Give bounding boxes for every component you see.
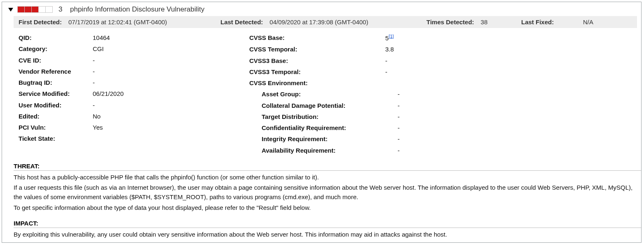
- detection-summary-bar: First Detected: 07/17/2019 at 12:02:41 (…: [14, 16, 637, 28]
- severity-cell: [25, 7, 32, 12]
- last-detected-label: Last Detected:: [220, 19, 263, 26]
- cvss-temporal-value: 3.8: [385, 44, 641, 54]
- section-divider: [14, 228, 641, 228]
- edited-label: Edited:: [19, 112, 93, 121]
- severity-indicator: [17, 6, 53, 13]
- threat-paragraph: This host has a publicly-accessible PHP …: [14, 172, 637, 182]
- cvss-base-value: 5[1]: [385, 33, 641, 43]
- last-detected-value: 04/09/2020 at 17:39:08 (GMT-0400): [269, 19, 368, 26]
- target-dist-value: -: [398, 112, 641, 121]
- avail-req-value: -: [398, 146, 641, 155]
- target-dist-label: Target Distribution:: [249, 112, 398, 121]
- cvss-base-footnote-link[interactable]: [1]: [389, 34, 393, 39]
- bugtraq-id-value: -: [93, 78, 249, 87]
- threat-heading: THREAT:: [14, 158, 641, 170]
- pci-vuln-label: PCI Vuln:: [19, 123, 93, 132]
- severity-cell: [39, 7, 46, 12]
- last-fixed-value: N/A: [583, 19, 593, 26]
- qid-value: 10464: [93, 33, 249, 42]
- category-value: CGI: [93, 44, 249, 53]
- details-grid: QID:10464 Category:CGI CVE ID:- Vendor R…: [2, 30, 641, 158]
- vulnerability-panel: 3 phpinfo Information Disclosure Vulnera…: [2, 2, 642, 243]
- vendor-ref-value: -: [93, 67, 249, 76]
- cve-id-label: CVE ID:: [19, 56, 93, 65]
- cvss3-base-value: -: [385, 56, 641, 65]
- cvss-base-label: CVSS Base:: [249, 33, 385, 43]
- details-column-right: CVSS Base: 5[1] CVSS Temporal:3.8 CVSS3 …: [249, 32, 641, 156]
- cvss-env-label: CVSS Environment:: [249, 78, 385, 88]
- impact-heading: IMPACT:: [14, 216, 641, 228]
- int-req-label: Integrity Requirement:: [249, 134, 398, 144]
- ticket-state-value: [93, 134, 249, 143]
- severity-level: 3: [59, 5, 66, 14]
- impact-section: IMPACT: By exploiting this vulnerability…: [2, 216, 641, 242]
- severity-cell: [18, 7, 25, 12]
- qid-label: QID:: [19, 33, 93, 42]
- severity-cell: [46, 7, 52, 12]
- panel-header[interactable]: 3 phpinfo Information Disclosure Vulnera…: [2, 2, 641, 16]
- cdp-label: Collateral Damage Potential:: [249, 101, 398, 110]
- conf-req-value: -: [398, 123, 641, 132]
- asset-group-value: -: [398, 89, 641, 99]
- service-modified-value: 06/21/2020: [93, 89, 249, 98]
- cvss3-base-label: CVSS3 Base:: [249, 56, 385, 65]
- user-modified-label: User Modified:: [19, 100, 93, 110]
- category-label: Category:: [19, 44, 93, 53]
- cvss3-temporal-label: CVSS3 Temporal:: [249, 67, 385, 77]
- pci-vuln-value: Yes: [93, 123, 249, 132]
- last-fixed-label: Last Fixed:: [521, 19, 554, 26]
- times-detected-label: Times Detected:: [426, 19, 474, 26]
- threat-body: This host has a publicly-accessible PHP …: [14, 172, 641, 216]
- avail-req-label: Availability Requirement:: [249, 146, 398, 155]
- chevron-down-icon[interactable]: [8, 8, 13, 12]
- cdp-value: -: [398, 101, 641, 110]
- cve-id-value: -: [93, 56, 249, 65]
- service-modified-label: Service Modified:: [19, 89, 93, 98]
- bugtraq-id-label: Bugtraq ID:: [19, 78, 93, 87]
- details-column-left: QID:10464 Category:CGI CVE ID:- Vendor R…: [19, 32, 249, 156]
- impact-body: By exploiting this vulnerability, any us…: [14, 230, 641, 242]
- cvss-env-value: [385, 78, 641, 88]
- conf-req-label: Confidentiality Requirement:: [249, 123, 398, 132]
- edited-value: No: [93, 112, 249, 121]
- times-detected-value: 38: [481, 19, 488, 26]
- user-modified-value: -: [93, 100, 249, 110]
- severity-cell: [32, 7, 39, 12]
- int-req-value: -: [398, 134, 641, 144]
- cvss3-temporal-value: -: [385, 67, 641, 77]
- vendor-ref-label: Vendor Reference: [19, 67, 93, 76]
- ticket-state-label: Ticket State:: [19, 134, 93, 143]
- cvss-temporal-label: CVSS Temporal:: [249, 44, 385, 54]
- section-divider: [14, 170, 641, 171]
- vulnerability-title: phpinfo Information Disclosure Vulnerabi…: [70, 5, 204, 14]
- threat-paragraph: To get specific information about the ty…: [14, 203, 637, 212]
- impact-paragraph: By exploiting this vulnerability, any us…: [14, 230, 637, 239]
- threat-paragraph: If a user requests this file (such as vi…: [14, 183, 637, 202]
- asset-group-label: Asset Group:: [249, 89, 398, 99]
- threat-section: THREAT: This host has a publicly-accessi…: [2, 158, 641, 216]
- first-detected-value: 07/17/2019 at 12:02:41 (GMT-0400): [68, 19, 167, 26]
- first-detected-label: First Detected:: [19, 19, 62, 26]
